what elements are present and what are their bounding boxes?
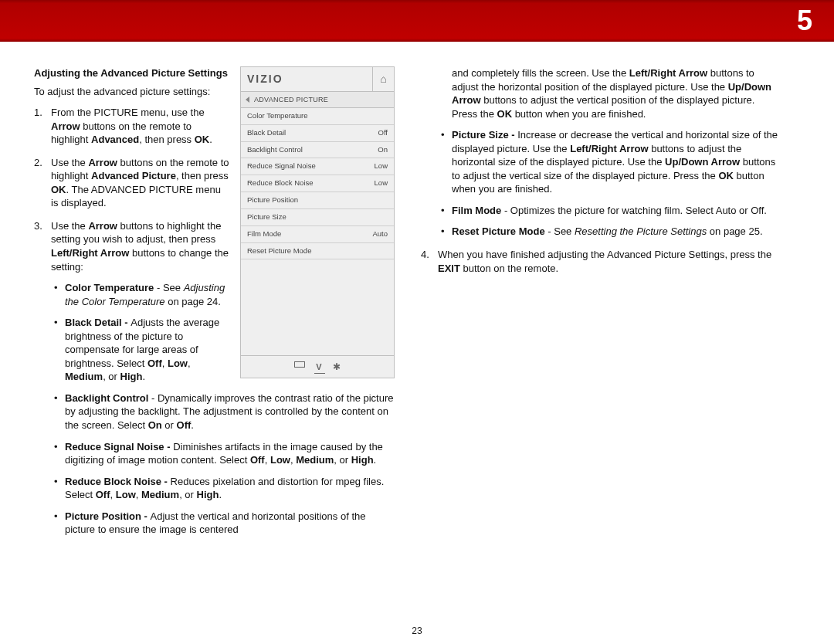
osd-row: Reduce Block NoiseLow	[241, 175, 394, 192]
text-bold: Medium	[296, 454, 334, 466]
bullet-reduce-signal-noise: Reduce Signal Noise - Diminishes artifac…	[51, 440, 395, 467]
osd-row: Black DetailOff	[241, 125, 394, 142]
osd-row: Backlight ControlOn	[241, 142, 394, 159]
chapter-number: 5	[797, 5, 812, 37]
text-bold: High	[120, 371, 143, 382]
text-bold: EXIT	[438, 263, 460, 274]
text-bold: Arrow	[88, 220, 117, 232]
text-bold: Off	[177, 419, 192, 431]
osd-breadcrumb-label: ADVANCED PICTURE	[254, 95, 328, 104]
text-bold: Off	[250, 454, 265, 466]
text: , or	[334, 454, 351, 466]
home-icon	[372, 67, 394, 91]
text-bold: Black Detail -	[65, 317, 131, 328]
text: .	[209, 134, 212, 145]
text: ,	[265, 454, 270, 466]
text: on page 24.	[165, 296, 221, 307]
osd-row-value: Low	[375, 161, 388, 171]
left-column: VIZIO ADVANCED PICTURE Color Temperature…	[34, 66, 413, 546]
text-bold: Medium	[141, 489, 179, 500]
text-bold: Off	[147, 358, 162, 369]
settings-bullets-right: Picture Size - Increase or decrease the …	[421, 128, 781, 239]
text-bold: Arrow	[88, 157, 117, 168]
text-bold: OK	[51, 184, 66, 195]
text: .	[191, 419, 194, 431]
text: button when you are finished.	[512, 108, 646, 120]
settings-bullets: Color Temperature - See Adjusting the Co…	[51, 281, 395, 537]
text-bold: High	[197, 489, 219, 500]
text-italic: Resetting the Picture Settings	[575, 225, 707, 237]
text-bold: OK	[497, 108, 513, 120]
steps-list-continued: When you have finished adjusting the Adv…	[421, 248, 781, 275]
text: - See	[545, 225, 575, 237]
right-column: and completely fills the screen. Use the…	[413, 66, 812, 546]
bullet-black-detail: Black Detail - Adjusts the average brigh…	[51, 316, 252, 384]
osd-row: Color Temperature	[241, 108, 394, 125]
text-bold: Picture Position -	[65, 510, 151, 522]
bullet-backlight-control: Backlight Control - Dynamically improves…	[51, 391, 395, 432]
osd-breadcrumb: ADVANCED PICTURE	[241, 92, 394, 108]
osd-row-label: Black Detail	[247, 128, 286, 138]
text-bold: Reset Picture Mode	[452, 225, 545, 237]
osd-row-label: Backlight Control	[247, 145, 303, 155]
text-bold: Low	[168, 358, 188, 369]
osd-row: Picture Position	[241, 192, 394, 209]
text: .	[374, 454, 377, 466]
text-bold: Low	[116, 489, 136, 500]
text: ,	[136, 489, 141, 500]
text-bold: OK	[195, 134, 210, 145]
text: , or	[103, 371, 120, 382]
text-bold: Advanced	[91, 134, 139, 145]
page-body: VIZIO ADVANCED PICTURE Color Temperature…	[0, 42, 834, 546]
text: on page 25.	[707, 225, 762, 237]
bullet-reduce-block-noise: Reduce Block Noise - Reduces pixelation …	[51, 475, 395, 502]
picture-position-continuation: and completely fills the screen. Use the…	[421, 66, 781, 120]
text-bold: Up/Down Arrow	[665, 156, 740, 168]
text-bold: Arrow	[51, 120, 80, 132]
text-bold: High	[351, 454, 374, 466]
text: ,	[110, 489, 116, 500]
osd-menu-top: VIZIO	[241, 67, 394, 92]
chapter-header: 5	[0, 0, 834, 42]
bullet-color-temperature: Color Temperature - See Adjusting the Co…	[51, 281, 252, 308]
text-bold: Advanced Picture	[91, 170, 176, 181]
text: button on the remote.	[460, 263, 558, 274]
text: , then press	[139, 134, 195, 145]
osd-row-value: Off	[378, 128, 388, 138]
text: .	[219, 489, 222, 500]
osd-brand: VIZIO	[241, 67, 372, 91]
osd-row-value: Low	[375, 178, 388, 188]
page-number: 23	[0, 625, 834, 636]
text-bold: Medium	[65, 371, 103, 382]
text: When you have finished adjusting the Adv…	[438, 249, 771, 260]
text-bold: Color Temperature	[65, 282, 154, 293]
text: ,	[188, 358, 191, 369]
text-bold: Picture Size -	[452, 129, 517, 141]
osd-row-label: Picture Position	[247, 195, 298, 205]
text-bold: Left/Right Arrow	[570, 143, 648, 154]
back-icon	[246, 97, 249, 103]
step-4: When you have finished adjusting the Adv…	[421, 248, 781, 275]
step-3: Use the Arrow buttons to highlight the s…	[34, 219, 395, 537]
text-bold: Low	[270, 454, 290, 466]
text-bold: Reduce Block Noise -	[65, 476, 171, 487]
text-bold: Backlight Control	[65, 392, 148, 404]
text: - Optimizes the picture for watching fil…	[501, 205, 767, 216]
text: Use the	[51, 157, 88, 168]
text: , or	[179, 489, 196, 500]
osd-row-value: On	[378, 145, 388, 155]
text-bold: Film Mode	[452, 205, 501, 216]
step-2: Use the Arrow buttons on the remote to h…	[34, 156, 235, 210]
text: or	[162, 419, 177, 431]
osd-row-label: Reduce Signal Noise	[247, 161, 316, 171]
text: - See	[154, 282, 183, 293]
text: From the PICTURE menu, use the	[51, 107, 205, 118]
text: Use the	[51, 220, 88, 232]
step-1: From the PICTURE menu, use the Arrow but…	[34, 106, 235, 147]
osd-row-label: Reduce Block Noise	[247, 178, 314, 188]
text: , then press	[176, 170, 229, 181]
text-bold: Reduce Signal Noise -	[65, 441, 173, 452]
bullet-film-mode: Film Mode - Optimizes the picture for wa…	[438, 204, 781, 218]
text: and completely fills the screen. Use the	[452, 67, 629, 79]
osd-row: Reduce Signal NoiseLow	[241, 158, 394, 175]
